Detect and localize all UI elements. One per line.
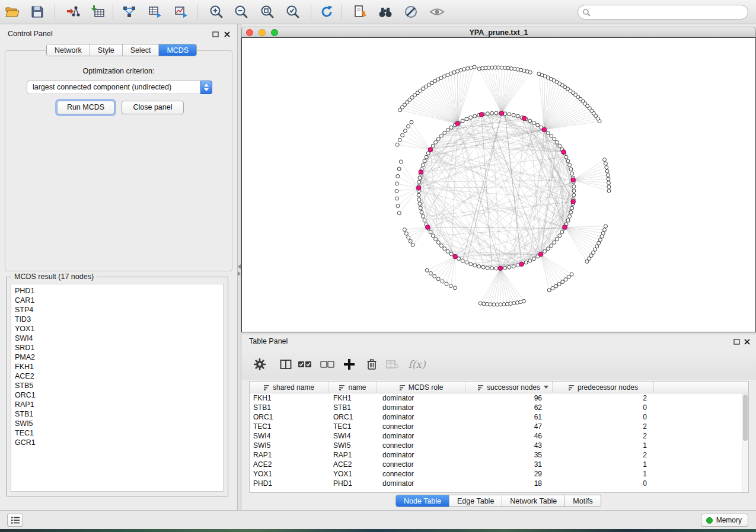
tab-select[interactable]: Select: [122, 44, 159, 56]
vertical-splitter[interactable]: [237, 24, 241, 510]
tab-node-table[interactable]: Node Table: [396, 495, 449, 507]
network-window-titlebar[interactable]: YPA_prune.txt_1: [241, 27, 756, 37]
open-file-button[interactable]: [2, 1, 23, 23]
mcds-result-item[interactable]: PMA2: [11, 352, 223, 362]
show-view-button[interactable]: [426, 1, 448, 23]
table-cell-role: dominator: [377, 450, 465, 460]
deselect-all-button[interactable]: [317, 354, 338, 375]
tab-motifs[interactable]: Motifs: [564, 495, 600, 507]
table-cell-predecessors: 2: [553, 422, 654, 431]
zoom-out-button[interactable]: [231, 1, 252, 23]
tab-network[interactable]: Network: [47, 44, 90, 56]
zoom-in-button[interactable]: [206, 1, 227, 23]
table-row[interactable]: TEC1TEC1connector472: [250, 422, 742, 431]
new-table-button[interactable]: [145, 1, 166, 23]
table-row[interactable]: YOX1YOX1connector291: [250, 469, 742, 479]
mcds-result-item[interactable]: SRD1: [11, 343, 223, 352]
delete-column-button[interactable]: [361, 354, 382, 375]
mcds-result-item[interactable]: RAP1: [11, 400, 223, 409]
save-session-button[interactable]: [27, 1, 48, 23]
mcds-result-item[interactable]: STB1: [11, 409, 223, 419]
table-settings-button[interactable]: [249, 354, 270, 375]
table-row[interactable]: SWI5SWI5connector431: [250, 441, 742, 450]
column-label: MCDS role: [409, 383, 444, 392]
mcds-result-item[interactable]: ACE2: [11, 371, 223, 381]
table-cell-predecessors: 1: [553, 469, 654, 479]
close-panel-icon[interactable]: [223, 30, 231, 38]
new-network-button[interactable]: [119, 1, 140, 23]
mcds-result-item[interactable]: PHD1: [11, 286, 223, 296]
tab-edge-table[interactable]: Edge Table: [449, 495, 502, 507]
network-canvas[interactable]: [241, 37, 756, 332]
mcds-result-item[interactable]: STB5: [11, 381, 223, 390]
mcds-result-item[interactable]: FKH1: [11, 362, 223, 371]
mcds-result-item[interactable]: TEC1: [11, 428, 223, 438]
table-cell-role: dominator: [377, 431, 465, 441]
column-header-name[interactable]: name: [328, 382, 377, 393]
mcds-result-item[interactable]: TID3: [11, 315, 223, 324]
table-cell-predecessors: 1: [553, 441, 654, 450]
import-network-button[interactable]: [62, 1, 84, 23]
task-history-button[interactable]: [7, 514, 23, 527]
run-mcds-button[interactable]: Run MCDS: [57, 101, 114, 114]
table-cell-name: ACE2: [328, 460, 377, 469]
add-column-button[interactable]: [339, 354, 360, 375]
criterion-dropdown[interactable]: largest connected component (undirected): [27, 81, 212, 94]
mcds-result-item[interactable]: ORC1: [11, 390, 223, 400]
float-table-panel-icon[interactable]: [732, 338, 741, 345]
table-panel-title: Table Panel: [249, 337, 288, 345]
table-row[interactable]: SWI4SWI4dominator462: [250, 431, 742, 441]
table-scrollbar[interactable]: [742, 393, 748, 492]
select-all-button[interactable]: [294, 354, 315, 375]
column-header-shared-name[interactable]: shared name: [250, 382, 328, 393]
import-table-button[interactable]: [88, 1, 109, 23]
tab-mcds[interactable]: MCDS: [158, 44, 196, 56]
table-row[interactable]: STB1STB1dominator620: [250, 403, 742, 412]
column-header-successor-nodes[interactable]: successor nodes: [465, 382, 553, 393]
mcds-result-item[interactable]: SWI5: [11, 419, 223, 428]
search-field[interactable]: [578, 5, 748, 20]
table-cell-name: PHD1: [328, 479, 377, 488]
share-document-button[interactable]: [349, 1, 371, 23]
collapse-right-icon[interactable]: [238, 271, 241, 276]
show-columns-button[interactable]: [275, 354, 296, 375]
table-row[interactable]: PHD1PHD1dominator180: [250, 479, 742, 488]
table-row[interactable]: RAP1RAP1dominator352: [250, 450, 742, 460]
chevron-down-icon[interactable]: [544, 386, 548, 389]
table-cell-shared_name: SWI5: [250, 441, 328, 450]
image-chart-icon: [174, 5, 189, 19]
column-header-predecessor-nodes[interactable]: predecessor nodes: [553, 382, 654, 393]
dropdown-stepper-icon[interactable]: [200, 81, 212, 94]
mcds-result-item[interactable]: STP4: [11, 305, 223, 315]
close-panel-button[interactable]: Close panel: [122, 101, 184, 114]
mcds-result-item[interactable]: CAR1: [11, 296, 223, 305]
table-row[interactable]: FKH1FKH1dominator962: [250, 393, 742, 403]
tab-network-table[interactable]: Network Table: [502, 495, 564, 507]
export-image-button[interactable]: [171, 1, 192, 23]
table-cell-predecessors: 0: [553, 412, 654, 422]
close-table-panel-icon[interactable]: [743, 338, 751, 345]
table-cell-predecessors: 2: [553, 431, 654, 441]
collapse-left-icon[interactable]: [238, 264, 241, 269]
table-cell-name: SWI5: [328, 441, 377, 450]
column-label: predecessor nodes: [578, 383, 638, 392]
zoom-selected-button[interactable]: [282, 1, 304, 23]
table-row[interactable]: ACE2ACE2connector311: [250, 460, 742, 469]
refresh-button[interactable]: [316, 1, 337, 23]
table-cell-successors: 61: [465, 412, 553, 422]
mcds-result-item[interactable]: GCR1: [11, 438, 223, 447]
column-sort-icon: [568, 384, 575, 391]
tab-style[interactable]: Style: [90, 44, 122, 56]
search-network-button[interactable]: [375, 1, 396, 23]
network-graph-svg: [242, 38, 755, 332]
table-row[interactable]: ORC1ORC1dominator610: [250, 412, 742, 422]
hide-details-button[interactable]: [400, 1, 422, 23]
search-input[interactable]: [594, 8, 742, 17]
zoom-fit-button[interactable]: [257, 1, 278, 23]
memory-button[interactable]: Memory: [701, 514, 748, 527]
scrollbar-thumb[interactable]: [743, 395, 748, 441]
mcds-result-item[interactable]: YOX1: [11, 324, 223, 334]
mcds-result-item[interactable]: SWI4: [11, 334, 223, 343]
column-header-mcds-role[interactable]: MCDS role: [377, 382, 465, 393]
float-panel-icon[interactable]: [211, 30, 219, 38]
